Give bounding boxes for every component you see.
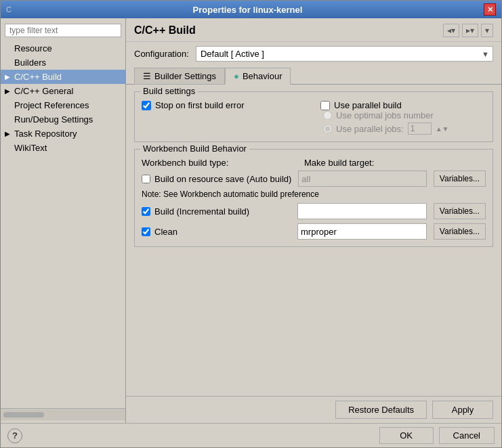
optimal-jobs-radio[interactable]: [323, 111, 332, 120]
right-panel: C/C++ Build ◂▾ ▸▾ ▾ Configuration:: [126, 18, 501, 423]
tab-behaviour[interactable]: ● Behaviour: [225, 68, 291, 85]
sidebar-scroll: Resource Builders ▶ C/C++ Build ▶ C/C++ …: [1, 41, 125, 408]
sidebar-bottom: [1, 408, 125, 420]
footer-left: ?: [7, 428, 22, 443]
tab-builder-settings-label: Builder Settings: [154, 71, 216, 81]
sidebar-item-wikitext[interactable]: WikiText: [1, 141, 125, 155]
incremental-row: Build (Incremental build) Variables...: [142, 203, 486, 219]
incremental-variables-button[interactable]: Variables...: [434, 203, 486, 219]
clean-check: Clean: [142, 227, 291, 237]
config-row: Configuration: Default [ Active ]DebugRe…: [126, 42, 501, 67]
cancel-button[interactable]: Cancel: [439, 427, 495, 444]
cpp-build-arrow-icon: ▶: [5, 73, 10, 81]
stop-on-error-row: Stop on first build error: [142, 100, 307, 110]
use-parallel-label: Use parallel build: [334, 100, 402, 110]
auto-build-checkbox[interactable]: [142, 175, 150, 183]
cpp-general-arrow-icon: ▶: [5, 87, 10, 95]
sidebar-item-cpp-general[interactable]: ▶ C/C++ General: [1, 84, 125, 98]
titlebar-icon: C: [6, 5, 12, 14]
workbench-content: Workbench build type: Make build target:…: [142, 158, 486, 240]
left-col: Stop on first build error: [142, 100, 307, 110]
sidebar-scrollbar[interactable]: [3, 412, 44, 418]
stop-on-error-label: Stop on first build error: [155, 100, 245, 110]
filter-input[interactable]: [5, 24, 121, 37]
sidebar-item-builders[interactable]: Builders: [1, 55, 125, 70]
wikitext-label: WikiText: [14, 143, 47, 153]
clean-input[interactable]: [297, 223, 427, 240]
tab-behaviour-label: Behaviour: [243, 71, 283, 81]
project-references-label: Project References: [14, 100, 89, 110]
bottom-bar: Restore Defaults Apply: [126, 396, 501, 423]
workbench-group: Workbench Build Behavior Workbench build…: [134, 149, 493, 247]
builder-settings-icon: ☰: [143, 71, 151, 81]
panel-toolbar: ◂▾ ▸▾ ▾: [443, 24, 493, 37]
auto-build-check: Build on resource save (Auto build): [142, 174, 291, 184]
build-type-header: Workbench build type:: [142, 158, 291, 168]
tab-builder-settings[interactable]: ☰ Builder Settings: [134, 68, 225, 85]
task-repository-arrow-icon: ▶: [5, 130, 10, 137]
make-target-col: Make build target:: [304, 158, 374, 171]
task-repository-label: Task Repository: [14, 129, 77, 139]
make-target-header: Make build target:: [304, 158, 374, 168]
clean-variables-button[interactable]: Variables...: [434, 223, 486, 240]
close-button[interactable]: ✕: [484, 3, 496, 16]
behaviour-icon: ●: [234, 71, 239, 81]
cpp-build-label: C/C++ Build: [14, 72, 62, 82]
footer-right: OK Cancel: [379, 427, 495, 444]
restore-defaults-button[interactable]: Restore Defaults: [335, 401, 427, 419]
builders-label: Builders: [14, 58, 46, 68]
resource-label: Resource: [14, 43, 52, 53]
sidebar-item-task-repository[interactable]: ▶ Task Repository: [1, 127, 125, 141]
panel-header: C/C++ Build ◂▾ ▸▾ ▾: [126, 18, 501, 42]
config-select-wrap: Default [ Active ]DebugRelease ▼: [196, 46, 493, 62]
parallel-radio-group: Use optimal jobs number Use parallel job…: [320, 110, 486, 135]
auto-build-label: Build on resource save (Auto build): [154, 174, 291, 184]
build-settings-grid: Stop on first build error Use parallel b…: [142, 100, 486, 135]
incremental-label: Build (Incremental build): [154, 206, 249, 217]
workbench-headers: Workbench build type: Make build target:: [142, 158, 486, 171]
titlebar: C Properties for linux-kernel ✕: [1, 1, 501, 18]
build-settings-group: Build settings Stop on first build error: [134, 91, 493, 142]
help-button[interactable]: ?: [7, 428, 22, 443]
build-settings-title: Build settings: [140, 86, 198, 96]
sidebar-item-project-references[interactable]: Project References: [1, 98, 125, 112]
incremental-checkbox[interactable]: [142, 207, 150, 216]
back-button[interactable]: ◂▾: [443, 24, 459, 37]
right-col: Use parallel build Use optimal jobs numb…: [320, 100, 486, 135]
main-window: C Properties for linux-kernel ✕ Resource…: [0, 0, 502, 448]
config-select[interactable]: Default [ Active ]DebugRelease: [196, 46, 493, 62]
config-label: Configuration:: [134, 49, 189, 59]
sidebar-item-resource[interactable]: Resource: [1, 41, 125, 55]
workbench-title: Workbench Build Behavior: [140, 143, 249, 154]
build-type-col: Workbench build type:: [142, 158, 291, 171]
optimal-jobs-row: Use optimal jobs number: [323, 110, 486, 120]
sidebar-item-run-debug[interactable]: Run/Debug Settings: [1, 112, 125, 127]
auto-build-row: Build on resource save (Auto build) Vari…: [142, 171, 486, 187]
parallel-jobs-input[interactable]: [408, 122, 432, 135]
incremental-check: Build (Incremental build): [142, 206, 291, 217]
use-parallel-checkbox[interactable]: [320, 101, 330, 110]
incremental-input[interactable]: [297, 203, 427, 219]
clean-checkbox[interactable]: [142, 227, 150, 236]
build-settings-content: Stop on first build error Use parallel b…: [142, 100, 486, 135]
parallel-jobs-spinner-icon: ▲▼: [436, 125, 449, 133]
main-content: Resource Builders ▶ C/C++ Build ▶ C/C++ …: [1, 18, 501, 423]
sidebar: Resource Builders ▶ C/C++ Build ▶ C/C++ …: [1, 18, 126, 423]
panel-title: C/C++ Build: [134, 24, 196, 37]
forward-icon: ▸▾: [466, 26, 474, 35]
run-debug-label: Run/Debug Settings: [14, 114, 93, 125]
auto-build-variables-button[interactable]: Variables...: [434, 171, 486, 187]
footer: ? OK Cancel: [1, 423, 501, 447]
menu-button[interactable]: ▾: [481, 24, 493, 37]
cpp-general-label: C/C++ General: [14, 86, 73, 96]
forward-button[interactable]: ▸▾: [462, 24, 478, 37]
parallel-jobs-radio[interactable]: [323, 125, 332, 133]
auto-build-target-input[interactable]: [298, 171, 427, 187]
parallel-jobs-row: Use parallel jobs: ▲▼: [323, 122, 486, 135]
apply-button[interactable]: Apply: [432, 401, 493, 419]
back-icon: ◂▾: [447, 26, 455, 35]
stop-on-error-checkbox[interactable]: [142, 101, 151, 110]
ok-button[interactable]: OK: [379, 427, 434, 444]
sidebar-item-cpp-build[interactable]: ▶ C/C++ Build: [1, 70, 125, 84]
titlebar-title: Properties for linux-kernel: [12, 5, 484, 15]
